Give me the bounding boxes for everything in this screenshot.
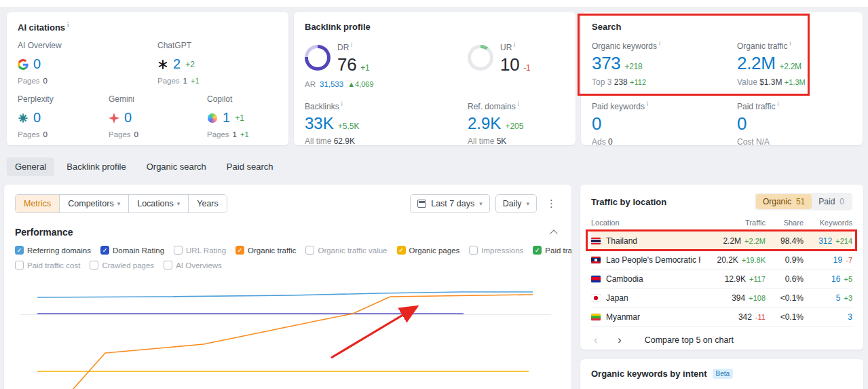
checkbox-icon [15,246,24,255]
ref-domains-value[interactable]: 2.9K [468,114,501,133]
checkbox-domain-rating[interactable]: Domain Rating [100,246,164,255]
paid-keywords-value[interactable]: 0 [592,114,601,134]
ar-value[interactable]: 31,533 [320,80,343,88]
table-row-myanmar[interactable]: Myanmar 342-11 <0.1% 3 [591,308,852,327]
chevron-down-icon: ▾ [526,200,529,207]
referring-domains-line [37,292,533,297]
checkbox-icon [397,246,406,255]
ai-item-chatgpt: ChatGPT 2 +2 Pages1+1 [157,41,200,85]
dr-block: DR 76+1 AR31,533▲4,069 [305,41,468,88]
backlinks-block: Backlinks 33K+5.5K All time 62.9K [305,100,468,147]
gemini-label: Gemini [109,94,207,104]
perplexity-icon [18,113,29,124]
prev-page-button[interactable]: ‹ [591,335,600,346]
performance-title: Performance [15,227,73,238]
checkbox-icon [469,246,478,255]
ref-domains-label: Ref. domains [468,102,516,111]
dr-label: DR [337,43,349,52]
location-name: Cambodia [606,274,643,284]
organic-keywords-value[interactable]: 373 [592,54,620,73]
tab-backlink-profile[interactable]: Backlink profile [58,158,134,176]
overview-tabs: General Backlink profile Organic search … [7,158,282,176]
checkbox-organic-traffic[interactable]: Organic traffic [235,246,296,255]
metrics-button[interactable]: Metrics [16,195,59,212]
traffic-type-toggle: Organic51 Paid0 [755,193,852,210]
location-name: Thailand [606,236,637,246]
gemini-value[interactable]: 0 [124,110,132,126]
checkbox-organic-pages[interactable]: Organic pages [397,246,460,255]
checkbox-ai-overviews[interactable]: AI Overviews [164,261,222,270]
metric-checkbox-row-1: Referring domains Domain Rating URL Rati… [15,246,561,255]
search-card: Search Organic keywords 373+218 Top 3 23… [581,12,863,145]
keywords-link[interactable]: 5 [836,293,841,303]
checkbox-paid-traffic-cost[interactable]: Paid traffic cost [15,261,80,270]
organic-traffic-value[interactable]: 2.2M [737,54,776,73]
checkbox-icon [533,246,542,255]
ai-item-gemini: Gemini 0 Pages0 [109,94,207,138]
organic-keywords-block: Organic keywords 373+218 Top 3 238 +112 [592,40,737,87]
more-options-button[interactable]: ⋮ [542,196,561,211]
checkbox-impressions[interactable]: Impressions [469,246,523,255]
keywords-link[interactable]: 16 [831,274,840,284]
backlinks-value[interactable]: 33K [305,114,334,133]
checkbox-icon [15,261,24,270]
ar-line: AR31,533▲4,069 [305,80,468,88]
date-range-button[interactable]: Last 7 days▾ [410,194,489,213]
ai-citations-row-2: Perplexity 0 Pages0 Gemini 0 Pages0 Copi… [18,94,278,138]
ai-item-ai-overview: AI Overview 0 Pages0 [18,41,157,85]
tab-organic-search[interactable]: Organic search [138,158,214,176]
granularity-dropdown[interactable]: Daily▾ [495,194,537,213]
collapse-chevron-icon[interactable] [550,229,557,237]
calendar-icon [417,200,426,208]
table-row-japan[interactable]: Japan 394+108 <0.1% 5+3 [591,289,852,308]
perplexity-value[interactable]: 0 [33,110,41,126]
competitors-dropdown[interactable]: Competitors▾ [59,195,128,212]
laos-flag-icon [591,257,601,263]
copilot-value[interactable]: 1 [223,110,230,126]
cambodia-flag-icon [591,276,601,282]
traffic-by-location-card: Traffic by location Organic51 Paid0 Loca… [580,185,863,350]
ur-label: UR [500,43,512,52]
organic-intent-title: Organic keywords by intent [591,369,707,379]
performance-chart[interactable] [15,282,561,389]
info-icon [777,100,778,107]
dr-value: 76 [337,55,356,75]
ai-citations-card: AI citations AI Overview 0 Pages0 ChatGP… [7,12,288,145]
location-table-footer: ‹ › Compare top 5 on chart [591,327,852,346]
chatgpt-label: ChatGPT [157,41,200,50]
keywords-link[interactable]: 19 [833,255,842,265]
ai-overview-value[interactable]: 0 [33,56,41,72]
next-page-button[interactable]: › [615,335,624,346]
chevron-down-icon: ▾ [177,200,181,207]
table-row-cambodia[interactable]: Cambodia 12.9K+117 0.6% 16+5 [591,270,852,289]
keywords-link[interactable]: 312 [818,236,832,246]
checkbox-organic-traffic-value[interactable]: Organic traffic value [305,246,387,255]
compare-top5-link[interactable]: Compare top 5 on chart [645,335,734,345]
beta-badge: Beta [713,369,734,379]
tab-paid-search[interactable]: Paid search [219,158,282,176]
years-button[interactable]: Years [188,195,227,212]
ref-domains-block: Ref. domains 2.9K+205 All time 5K [468,100,565,147]
performance-header: Performance [15,227,561,238]
keywords-link[interactable]: 3 [848,312,852,322]
checkbox-crawled-pages[interactable]: Crawled pages [90,261,154,270]
info-icon [67,22,69,29]
paid-traffic-value[interactable]: 0 [737,114,747,134]
paid-toggle[interactable]: Paid0 [812,194,851,209]
locations-dropdown[interactable]: Locations▾ [128,195,188,212]
japan-flag-icon [591,295,601,301]
checkbox-paid-traffic[interactable]: Paid traffic [533,246,571,255]
organic-keywords-by-intent-card: Organic keywords by intent Beta [580,359,863,389]
checkbox-referring-domains[interactable]: Referring domains [15,246,91,255]
table-row-thailand[interactable]: Thailand 2.2M+2.2M 98.4% 312+214 [591,231,852,251]
checkbox-icon [90,261,98,270]
thailand-flag-icon [591,238,601,244]
tab-general[interactable]: General [7,158,54,176]
table-row-laos[interactable]: Lao People's Democratic Reput 20.2K+19.8… [591,251,852,270]
location-table: Location Traffic Share Keywords Thailand… [591,216,852,327]
google-icon [18,59,29,70]
chatgpt-value[interactable]: 2 [173,56,181,72]
organic-toggle[interactable]: Organic51 [756,194,812,209]
info-icon [789,40,791,47]
checkbox-url-rating[interactable]: URL Rating [174,246,226,255]
